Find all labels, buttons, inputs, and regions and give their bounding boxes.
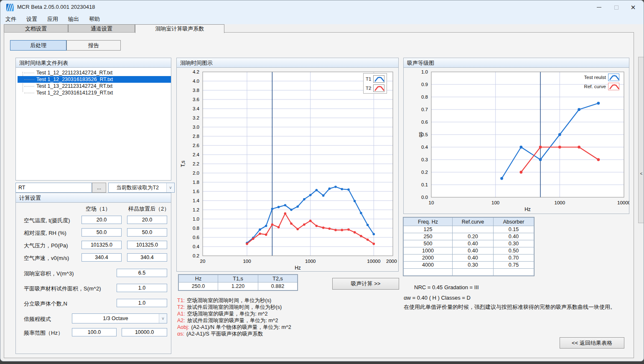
air-temp-input-1[interactable] xyxy=(81,216,122,224)
title-bar: MCR Beta 2.05.0.001 20230418 ✕ xyxy=(0,0,644,14)
menu-output[interactable]: 输出 xyxy=(63,14,84,24)
menu-file[interactable]: 文件 xyxy=(0,14,21,24)
col-refcurve: Ref.curve xyxy=(453,218,494,226)
back-to-results-button[interactable]: << 返回结果表格 xyxy=(560,337,624,349)
legend-label-t2: T2 xyxy=(366,86,371,91)
svg-text:1000: 1000 xyxy=(555,200,565,205)
freq-min-input[interactable] xyxy=(72,328,117,336)
col-absorber: Absorber xyxy=(494,218,534,226)
rt-chart-legend: T1 T2 xyxy=(363,73,387,94)
svg-text:0.0: 0.0 xyxy=(421,195,428,200)
list-item-selected[interactable]: Test 1_12_230316183526_RT.txt xyxy=(18,76,171,83)
annotation-aobj-key: Aobj: xyxy=(177,324,189,330)
app-logo-icon xyxy=(6,4,14,11)
menu-settings[interactable]: 设置 xyxy=(21,14,42,24)
humidity-label: 相对湿度, RH (%) xyxy=(24,229,66,237)
humidity-input-2[interactable] xyxy=(127,228,167,237)
svg-text:100: 100 xyxy=(491,200,499,205)
svg-text:0.6: 0.6 xyxy=(421,120,428,125)
window-title: MCR Beta 2.05.0.001 20230418 xyxy=(17,4,95,10)
svg-text:1.8: 1.8 xyxy=(193,180,199,185)
list-item[interactable]: Test 1_22_230316141219_RT.txt xyxy=(18,89,171,96)
svg-text:2.4: 2.4 xyxy=(193,152,200,157)
absorption-calc-button[interactable]: 吸声计算 >> xyxy=(332,278,399,290)
svg-text:20000: 20000 xyxy=(386,259,397,264)
cell-t1: 1.220 xyxy=(218,283,258,290)
test-result-curve-icon xyxy=(608,74,619,81)
t2-curve-icon xyxy=(373,84,384,92)
annotation-t2: T2:放试件后混响室的混响时间，单位为秒(s) xyxy=(177,304,282,311)
close-button[interactable]: ✕ xyxy=(624,0,642,14)
table-row-empty xyxy=(404,269,534,276)
sample-area-input[interactable] xyxy=(117,284,167,292)
rating-chart-title: 吸声等级图 xyxy=(404,58,629,68)
svg-text:20: 20 xyxy=(200,259,206,264)
svg-text:1000: 1000 xyxy=(305,259,316,264)
ref-curve-icon xyxy=(608,83,619,90)
svg-text:2.2: 2.2 xyxy=(193,161,199,166)
air-temp-label: 空气温度, t(摄氏度) xyxy=(24,217,70,224)
svg-text:1.4: 1.4 xyxy=(193,198,200,203)
rating-chart-legend: Test reulst Ref. curve xyxy=(552,73,619,90)
svg-text:2.8: 2.8 xyxy=(193,134,199,139)
svg-text:10000: 10000 xyxy=(367,259,380,264)
absorber-count-input[interactable] xyxy=(117,299,167,307)
pressure-input-2[interactable] xyxy=(127,241,167,249)
svg-text:0.4: 0.4 xyxy=(421,145,428,150)
col-t2: T2,s xyxy=(258,275,298,283)
svg-text:2.6: 2.6 xyxy=(193,143,199,148)
svg-text:0.2: 0.2 xyxy=(421,170,428,175)
subtab-postprocess[interactable]: 后处理 xyxy=(10,40,66,51)
table-row: 250.0 1.220 0.882 xyxy=(179,283,298,290)
alphaw-result-text: αw = 0.40 ( H ) Classes = D xyxy=(404,295,471,301)
svg-text:T,s: T,s xyxy=(180,160,186,167)
table-row: 1250.15 xyxy=(404,226,534,233)
data-read-combo[interactable]: 当前数据读取为T2 ˅ xyxy=(108,183,175,193)
svg-text:Hz: Hz xyxy=(524,206,531,212)
svg-text:0.8: 0.8 xyxy=(421,94,428,99)
octave-mode-combo[interactable]: 1/3 Octave ˅ xyxy=(72,313,167,323)
svg-text:1.0: 1.0 xyxy=(193,216,199,221)
menu-bar: 文件 设置 应用 输出 帮助 xyxy=(0,14,644,24)
table-row: 40000.300.75 xyxy=(404,262,534,269)
svg-text:100: 100 xyxy=(243,259,251,264)
sound-speed-input-2[interactable] xyxy=(127,253,167,262)
svg-text:3.6: 3.6 xyxy=(193,97,199,102)
collapsed-panel-splitter[interactable]: < xyxy=(638,57,644,223)
menu-help[interactable]: 帮助 xyxy=(84,14,105,24)
file-list-panel-title: 混时间结果文件列表 xyxy=(16,58,171,68)
file-list[interactable]: Test 1_12_221123142724_RT.txt Test 1_12_… xyxy=(16,68,171,180)
list-item[interactable]: Test 1_13_221123142724_RT.txt xyxy=(18,83,171,89)
svg-text:1.2: 1.2 xyxy=(193,207,199,212)
annotation-a1-key: A1: xyxy=(177,311,185,317)
nrc-result-text: NRC = 0.45 Gradation = III xyxy=(414,284,479,290)
table-row: 10000.400.50 xyxy=(404,247,534,255)
sound-speed-input-1[interactable] xyxy=(81,253,122,262)
table-row: 5000.400.30 xyxy=(404,240,534,247)
svg-text:3.8: 3.8 xyxy=(193,88,199,93)
browse-button[interactable]: ... xyxy=(92,183,106,193)
tab-document-settings[interactable]: 文档设置 xyxy=(4,24,68,33)
humidity-input-1[interactable] xyxy=(81,228,122,237)
pressure-input-1[interactable] xyxy=(81,241,122,249)
freq-max-input[interactable] xyxy=(122,328,167,336)
svg-text:1.0: 1.0 xyxy=(421,69,428,74)
svg-text:3.4: 3.4 xyxy=(193,106,200,111)
minimize-button[interactable] xyxy=(590,0,608,14)
tab-channel-settings[interactable]: 通道设置 xyxy=(68,24,135,33)
rt-chart: 0.20.40.60.81.01.21.41.61.82.02.22.42.62… xyxy=(178,68,397,270)
subtab-report[interactable]: 报告 xyxy=(66,40,121,51)
sample-area-label: 平面吸声材料试件面积，S(m^2) xyxy=(24,285,101,293)
tab-reverb-absorption[interactable]: 混响室计算吸声系数 xyxy=(135,24,224,33)
col-hz: Hz xyxy=(179,275,218,283)
annotation-t1-key: T1: xyxy=(177,298,185,303)
octave-mode-value: 1/3 Octave xyxy=(72,316,159,321)
list-item[interactable]: Test 1_12_221123142724_RT.txt xyxy=(18,69,171,76)
maximize-button[interactable] xyxy=(608,0,625,14)
menu-application[interactable]: 应用 xyxy=(42,14,63,24)
svg-text:Hz: Hz xyxy=(295,265,301,270)
air-temp-input-2[interactable] xyxy=(127,216,167,224)
room-volume-input[interactable] xyxy=(117,269,167,277)
annotation-a1: A1:空场混响室的吸声量，单位为: m^2 xyxy=(177,311,267,318)
rt-name-input[interactable] xyxy=(15,183,92,193)
